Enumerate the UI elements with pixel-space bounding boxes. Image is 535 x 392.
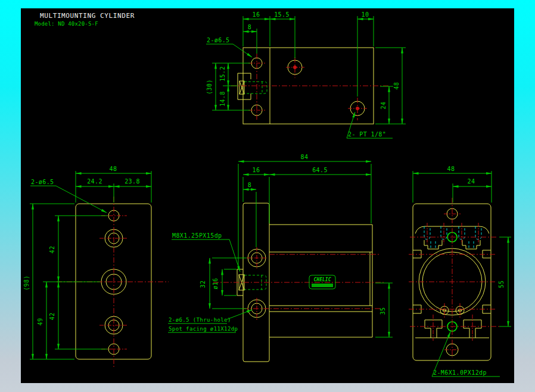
dim-front-49: 49 <box>37 318 43 326</box>
dim-section-8: 8 <box>248 182 251 188</box>
section-view: 84 16 64.5 8 32 ø16 35 M8X1.25PX15dp 2-ø… <box>168 154 393 362</box>
callout-m6-thread: 2-M6X1.0PX12dp <box>433 369 487 376</box>
dim-front-98: (98) <box>23 275 30 291</box>
top-view: 16 15.5 10 8 (30) 15.2 14.8 48 24 2-ø6.5… <box>206 11 406 138</box>
front-view: 48 24.2 23.8 (98) 49 42 42 2-ø6.5 <box>23 166 169 367</box>
dim-front-48: 48 <box>110 166 117 172</box>
dim-top-10: 10 <box>362 11 369 18</box>
title-block: MULTIMOUNTING CYLINDER Model: ND 40x20-S… <box>35 12 135 27</box>
dim-end-48: 48 <box>447 166 455 172</box>
dim-top-15-5: 15.5 <box>274 11 290 18</box>
brand-logo: CHELIC <box>309 275 335 289</box>
dim-end-55: 55 <box>498 281 505 288</box>
desktop-background: { "drawing": { "title": "MULTIMOUNTING C… <box>0 0 535 392</box>
callout-port: 2- PT 1/8" <box>348 131 386 138</box>
dim-top-8: 8 <box>248 24 251 30</box>
dim-top-30: (30) <box>206 79 213 95</box>
dim-section-dia16: ø16 <box>212 278 219 289</box>
dim-front-42-lower: 42 <box>49 313 55 321</box>
drawing-title: MULTIMOUNTING CYLINDER <box>40 12 135 20</box>
dim-end-24: 24 <box>468 178 475 185</box>
dim-top-14-8: 14.8 <box>219 91 226 107</box>
callout-front-holes: 2-ø6.5 <box>31 179 54 185</box>
dim-front-42-upper: 42 <box>49 246 55 254</box>
dim-top-48: 48 <box>393 82 400 90</box>
dim-section-16: 16 <box>253 167 260 173</box>
dim-section-35: 35 <box>380 307 386 315</box>
cad-drawing-area: MULTIMOUNTING CYLINDER Model: ND 40x20-S… <box>21 8 514 383</box>
callout-rod-thread: M8X1.25PX15dp <box>172 232 222 239</box>
brand-logo-band <box>312 284 333 287</box>
brand-logo-text: CHELIC <box>314 277 331 282</box>
dim-top-24: 24 <box>380 102 387 110</box>
dim-top-15-2: 15.2 <box>219 66 226 82</box>
callout-top-holes: 2-ø6.5 <box>207 37 230 43</box>
dim-section-84: 84 <box>301 154 309 160</box>
dim-section-64-5: 64.5 <box>312 167 328 173</box>
end-view: 48 24 55 2-M6X1.0PX12dp <box>409 166 511 377</box>
callout-thru-hole: 2-ø6.5 (Thru-hole) <box>169 317 231 323</box>
dim-top-16: 16 <box>253 11 260 18</box>
dim-section-32: 32 <box>200 281 206 288</box>
dim-front-23-8: 23.8 <box>125 178 140 185</box>
callout-spot-facing: Spot facing ø11X12dp <box>169 326 238 332</box>
cad-drawing: MULTIMOUNTING CYLINDER Model: ND 40x20-S… <box>21 8 514 383</box>
model-number: Model: ND 40x20-S-F <box>35 21 98 27</box>
dim-front-24-2: 24.2 <box>87 178 102 185</box>
